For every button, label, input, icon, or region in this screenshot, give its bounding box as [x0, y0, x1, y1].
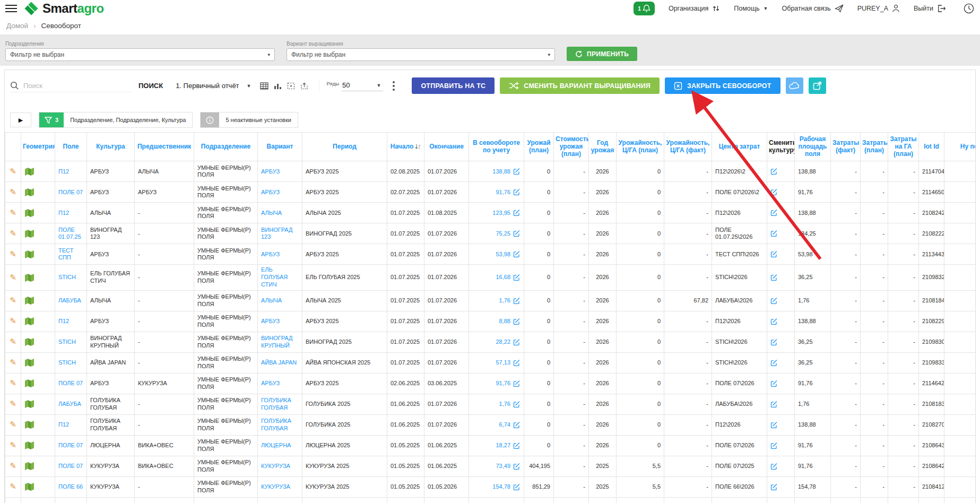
cell-variant[interactable]: АРБУЗ — [258, 373, 302, 394]
cell-field[interactable]: П12 — [55, 203, 87, 223]
edit-row-icon[interactable]: ✎ — [10, 296, 16, 306]
geometry-map-icon[interactable] — [24, 462, 51, 470]
rows-per-page-select[interactable]: 50 ▼ — [341, 80, 383, 91]
col-predecessor[interactable]: Предшественник — [135, 133, 194, 161]
cell-field[interactable]: ПОЛЕ 07 — [55, 373, 87, 394]
cell-edit-icon[interactable] — [513, 250, 521, 258]
cell-in-rotation[interactable]: 16,68 — [469, 265, 524, 290]
app-logo[interactable]: Smartagro — [23, 1, 104, 16]
report-type-select[interactable]: 1. Первичный отчёт ▼ — [172, 80, 254, 92]
cell-edit-icon[interactable] — [770, 168, 791, 175]
inactive-settings-chip[interactable]: 5 неактивные установки — [200, 112, 298, 128]
edit-row-icon[interactable]: ✎ — [10, 482, 16, 492]
geometry-map-icon[interactable] — [24, 230, 51, 238]
col-end[interactable]: Окончание — [424, 133, 469, 161]
cell-edit-icon[interactable] — [770, 318, 791, 325]
cell-edit-icon[interactable] — [513, 421, 521, 429]
col-yield-plan[interactable]: Урожайность, Ц/ГА (план) — [617, 133, 664, 161]
cell-variant[interactable]: КУКУРУЗА — [258, 456, 302, 476]
cell-edit-icon[interactable] — [513, 318, 521, 325]
geometry-map-icon[interactable] — [24, 441, 51, 449]
cell-in-rotation[interactable]: 73,49 — [469, 456, 524, 476]
cell-in-rotation[interactable] — [469, 497, 524, 503]
hamburger-menu-icon[interactable] — [5, 3, 17, 14]
export-icon[interactable] — [300, 82, 308, 90]
edit-row-icon[interactable]: ✎ — [10, 208, 16, 218]
cell-field[interactable]: П12 — [55, 414, 87, 435]
cell-in-rotation[interactable]: 123,95 — [469, 203, 524, 223]
edit-row-icon[interactable]: ✎ — [10, 358, 16, 368]
send-to-tc-button[interactable]: ОТПРАВИТЬ НА ТС — [412, 77, 495, 94]
cell-variant[interactable]: АЙВА JAPAN — [258, 352, 302, 373]
cell-variant[interactable]: АЛЫЧА — [258, 290, 302, 311]
col-yield-fact[interactable]: Урожайность, Ц/ГА (факт) — [664, 133, 712, 161]
col-division[interactable]: Подразделение — [194, 133, 258, 161]
col-working-area[interactable]: Рабочая площадь поля — [795, 133, 831, 161]
cell-variant[interactable]: КУКУРУЗА — [258, 476, 302, 497]
search-button[interactable]: ПОИСК — [138, 82, 163, 90]
cell-edit-icon[interactable] — [770, 188, 791, 196]
col-costs-per-ha[interactable]: Затраты на ГА (план) — [888, 133, 919, 161]
cell-in-rotation[interactable]: 18,27 — [469, 435, 524, 456]
col-in-rotation[interactable]: В севообороте по учету — [469, 133, 524, 161]
apply-button[interactable]: ПРИМЕНИТЬ — [567, 47, 637, 61]
col-culture[interactable]: Культура — [87, 133, 135, 161]
col-truncated[interactable]: Ну по — [944, 133, 976, 161]
col-field[interactable]: Поле — [55, 133, 87, 161]
cell-variant[interactable]: АРБУЗ — [258, 182, 302, 203]
geometry-map-icon[interactable] — [24, 317, 51, 325]
edit-row-icon[interactable]: ✎ — [10, 187, 16, 197]
division-filter-select[interactable]: Фильтр не выбран ▾ — [5, 48, 275, 61]
col-variant[interactable]: Вариант — [258, 133, 302, 161]
cell-variant[interactable]: АРБУЗ — [258, 311, 302, 332]
cell-field[interactable]: П12 — [55, 311, 87, 332]
cell-variant[interactable]: ГОЛУБИКА ГОЛУБАЯ — [258, 394, 302, 414]
cell-edit-icon[interactable] — [770, 250, 791, 258]
cell-edit-icon[interactable] — [770, 401, 791, 408]
edit-row-icon[interactable]: ✎ — [10, 440, 16, 450]
geometry-map-icon[interactable] — [24, 168, 51, 176]
expand-filters-button[interactable]: ▶ — [10, 112, 31, 127]
nav-feedback[interactable]: Обратная связь — [782, 4, 844, 13]
edit-row-icon[interactable]: ✎ — [10, 420, 16, 430]
cell-field[interactable]: ПОЛЕ 01.07.25 — [55, 223, 87, 244]
col-harvest-year[interactable]: Год урожая — [589, 133, 617, 161]
cell-edit-icon[interactable] — [513, 209, 521, 216]
cell-variant[interactable]: АРБУЗ — [258, 244, 302, 265]
edit-row-icon[interactable]: ✎ — [10, 167, 16, 177]
geometry-map-icon[interactable] — [24, 400, 51, 408]
cell-edit-icon[interactable] — [513, 168, 521, 175]
cell-edit-icon[interactable] — [513, 339, 521, 346]
cell-field[interactable]: ПОЛЕ 07 — [55, 435, 87, 456]
cell-edit-icon[interactable] — [770, 359, 791, 367]
cell-edit-icon[interactable] — [513, 274, 521, 281]
col-period[interactable]: Период — [302, 133, 387, 161]
cell-field[interactable]: П12 — [55, 161, 87, 182]
col-cost-center[interactable]: Центр затрат — [712, 133, 767, 161]
col-change-culture[interactable]: Сменить культуру — [767, 133, 795, 161]
edit-row-icon[interactable]: ✎ — [10, 461, 16, 471]
table-view-icon[interactable] — [260, 82, 268, 90]
cell-variant[interactable]: АРБУЗ — [258, 161, 302, 182]
geometry-map-icon[interactable] — [24, 483, 51, 491]
col-costs-plan[interactable]: Затраты (план) — [861, 133, 888, 161]
cell-field[interactable]: ТЕСТ СПП — [55, 244, 87, 265]
cell-edit-icon[interactable] — [513, 297, 521, 305]
notifications-button[interactable]: 1 — [634, 2, 655, 15]
cell-variant[interactable]: АЛЫЧА — [258, 203, 302, 223]
edit-row-icon[interactable]: ✎ — [10, 249, 16, 259]
nav-organization[interactable]: Организация — [669, 4, 720, 13]
cell-in-rotation[interactable]: 154,78 — [469, 476, 524, 497]
edit-row-icon[interactable]: ✎ — [10, 337, 16, 347]
cell-field[interactable]: ЛАБУБА — [55, 290, 87, 311]
clock-button[interactable] — [963, 3, 975, 14]
cell-edit-icon[interactable] — [513, 401, 521, 408]
cell-edit-icon[interactable] — [770, 442, 791, 449]
nav-user[interactable]: PUREY_A — [857, 4, 900, 13]
cell-in-rotation[interactable]: 57,13 — [469, 352, 524, 373]
cell-edit-icon[interactable] — [770, 274, 791, 281]
cell-variant[interactable]: ЛЮЦЕРНА — [258, 435, 302, 456]
nav-logout[interactable]: Выйти — [914, 4, 946, 13]
cell-variant[interactable]: ВИНОГРАД 123 — [258, 223, 302, 244]
cell-variant[interactable] — [258, 497, 302, 503]
